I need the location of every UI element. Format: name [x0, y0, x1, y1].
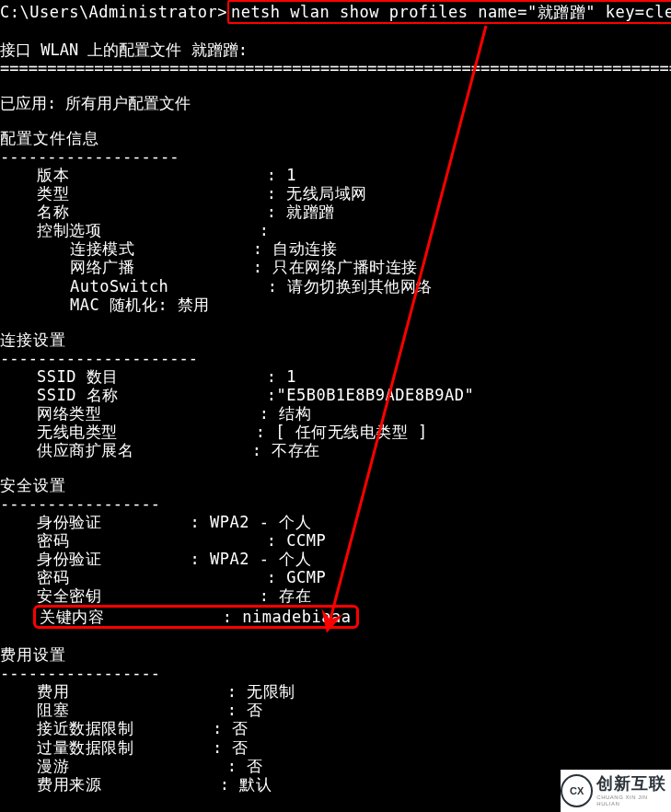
row-near-limit: 接近数据限制 : 否	[0, 719, 671, 737]
section-conn-hr: ---------------------	[0, 349, 671, 367]
interface-header: 接口 WLAN 上的配置文件 就蹭蹭:	[0, 41, 671, 59]
row-key-content-wrap: 关键内容 : nimadebiaaa	[0, 605, 671, 629]
command-text: netsh wlan show profiles name="就蹭蹭" key=…	[231, 3, 671, 21]
row-congest: 阻塞 : 否	[0, 701, 671, 719]
row-radio-type: 无线电类型 : [ 任何无线电类型 ]	[0, 423, 671, 441]
row-auth1: 身份验证 : WPA2 - 个人	[0, 513, 671, 531]
watermark-logo: CX	[561, 774, 593, 807]
row-autoswitch: AutoSwitch : 请勿切换到其他网络	[0, 277, 671, 296]
watermark-sub: CHUANG XIN JIN HULIAN	[596, 795, 671, 807]
section-cost-title: 费用设置	[0, 645, 671, 664]
wifi-password-value: nimadebiaaa	[242, 608, 351, 626]
row-over-limit: 过量数据限制 : 否	[0, 738, 671, 757]
row-auth2: 身份验证 : WPA2 - 个人	[0, 550, 671, 568]
section-cost-hr: -----------------	[0, 664, 671, 682]
row-version: 版本 : 1	[0, 166, 671, 184]
applied-line: 已应用: 所有用户配置文件	[0, 94, 671, 112]
row-net-type: 网络类型 : 结构	[0, 404, 671, 423]
row-vendor: 供应商扩展名 : 不存在	[0, 441, 671, 459]
row-cost: 费用 : 无限制	[0, 682, 671, 701]
divider-full: ========================================…	[0, 59, 671, 77]
section-security-hr: -----------------	[0, 494, 671, 513]
row-broadcast: 网络广播 : 只在网络广播时连接	[0, 258, 671, 276]
watermark: CX 创新互联 CHUANG XIN JIN HULIAN	[561, 770, 671, 812]
key-content-highlight-box: 关键内容 : nimadebiaaa	[33, 605, 359, 629]
section-profile-hr: -------------------	[0, 147, 671, 166]
row-ssid-name: SSID 名称 :"E5B0B1E8B9ADE8B9AD"	[0, 386, 671, 404]
row-cipher2: 密码 : GCMP	[0, 568, 671, 586]
row-control: 控制选项 :	[0, 221, 671, 239]
row-mac-rand: MAC 随机化: 禁用	[0, 296, 671, 314]
watermark-brand: 创新互联	[596, 774, 671, 794]
row-conn-mode: 连接模式 : 自动连接	[0, 239, 671, 258]
command-prompt-line: C:\Users\Administrator> netsh wlan show …	[0, 0, 671, 24]
row-type: 类型 : 无线局域网	[0, 184, 671, 203]
row-ssid-count: SSID 数目 : 1	[0, 367, 671, 386]
section-conn-title: 连接设置	[0, 331, 671, 349]
prompt-path: C:\Users\Administrator>	[0, 3, 227, 21]
command-highlight-box: netsh wlan show profiles name="就蹭蹭" key=…	[227, 0, 671, 24]
row-name: 名称 : 就蹭蹭	[0, 203, 671, 221]
row-cipher1: 密码 : CCMP	[0, 531, 671, 550]
section-profile-title: 配置文件信息	[0, 129, 671, 147]
section-security-title: 安全设置	[0, 476, 671, 494]
row-key-exists: 安全密钥 : 存在	[0, 586, 671, 605]
